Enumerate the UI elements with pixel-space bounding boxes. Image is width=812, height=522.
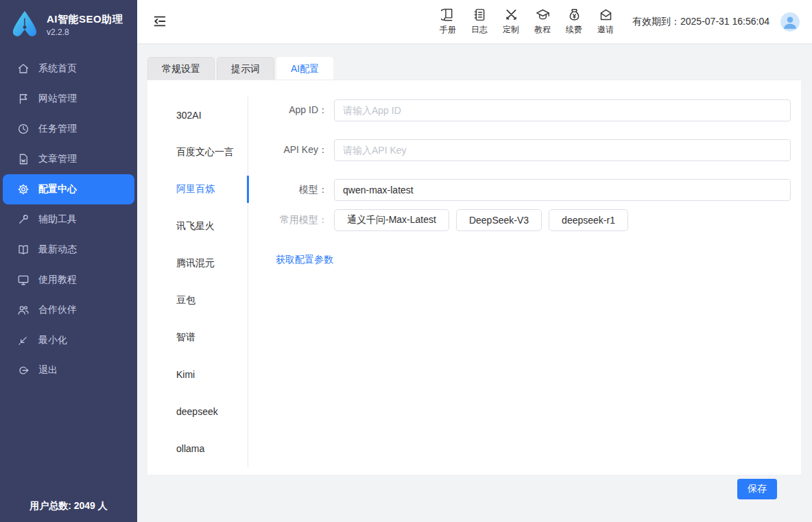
app-root: AI智能SEO助理 v2.2.8 系统首页 网站管理 任务管理 文章管理: [0, 0, 812, 522]
sidebar-item-tools[interactable]: 辅助工具: [0, 204, 137, 235]
home-icon: [17, 62, 29, 75]
sidebar-item-tasks[interactable]: 任务管理: [0, 114, 137, 144]
model-chip-qwen-max-latest[interactable]: 通义千问-Max-Latest: [334, 209, 449, 231]
tool-label: 日志: [471, 24, 488, 36]
sidebar-item-label: 配置中心: [38, 183, 77, 195]
customize-icon: [504, 8, 518, 22]
app-logo-row: AI智能SEO助理 v2.2.8: [0, 0, 137, 47]
wrench-icon: [17, 213, 29, 226]
tab-general-settings[interactable]: 常规设置: [147, 57, 215, 80]
provider-ali-bailian[interactable]: 阿里百炼: [147, 171, 248, 208]
flag-icon: [17, 93, 29, 105]
sidebar-fold-button[interactable]: [152, 14, 169, 30]
renew-moneybag-icon: [567, 8, 582, 22]
api-key-label: API Key：: [248, 144, 334, 156]
topbar-tools: 手册 日志 定制 教程 续费: [438, 8, 616, 36]
tab-prompts[interactable]: 提示词: [217, 57, 274, 80]
common-model-chips: 通义千问-Max-Latest DeepSeek-V3 deepseek-r1: [334, 209, 628, 231]
sidebar-item-label: 任务管理: [38, 123, 77, 135]
provider-tencent-hunyuan[interactable]: 腾讯混元: [147, 245, 248, 282]
tool-tutorial[interactable]: 教程: [532, 8, 553, 36]
tool-manual[interactable]: 手册: [438, 8, 458, 36]
app-logo-icon: [10, 10, 40, 40]
sidebar-item-label: 系统首页: [38, 62, 77, 75]
sidebar-menu: 系统首页 网站管理 任务管理 文章管理 配置中心 辅助工具: [0, 54, 137, 385]
model-label: 模型：: [248, 184, 334, 196]
app-id-row: App ID：: [248, 99, 791, 121]
sidebar-item-label: 文章管理: [38, 153, 77, 165]
model-input[interactable]: [334, 179, 791, 201]
tutorial-cap-icon: [536, 8, 550, 22]
clock-icon: [17, 123, 29, 135]
app-id-input[interactable]: [334, 99, 791, 121]
api-key-row: API Key：: [248, 139, 791, 161]
sidebar-item-label: 辅助工具: [38, 213, 77, 226]
tab-ai-config[interactable]: AI配置: [276, 57, 333, 80]
content-area: 常规设置 提示词 AI配置 302AI 百度文心一言 阿里百炼 讯飞星火 腾讯混…: [137, 43, 812, 522]
settings-tabs: 常规设置 提示词 AI配置: [147, 57, 801, 80]
invite-mail-icon: [599, 8, 613, 22]
get-config-params-link[interactable]: 获取配置参数: [276, 254, 333, 265]
save-row: 保存: [147, 475, 801, 506]
fold-icon: [152, 14, 167, 29]
sidebar-item-minimize[interactable]: 最小化: [0, 325, 137, 355]
common-models-label: 常用模型：: [248, 214, 334, 226]
tool-label: 续费: [566, 24, 582, 36]
save-button[interactable]: 保存: [737, 479, 777, 499]
monitor-icon: [17, 274, 29, 286]
validity-label: 有效期到：: [632, 16, 680, 27]
user-avatar-icon: [780, 12, 800, 32]
tool-customize[interactable]: 定制: [501, 8, 521, 36]
log-icon: [473, 8, 487, 22]
sidebar-item-label: 网站管理: [38, 93, 77, 105]
get-config-row: 获取配置参数: [248, 253, 791, 266]
model-chip-deepseek-v3[interactable]: DeepSeek-V3: [456, 209, 542, 231]
model-row: 模型：: [248, 179, 791, 201]
validity-value: 2025-07-31 16:56:04: [680, 16, 769, 27]
tool-label: 教程: [534, 24, 551, 36]
provider-config-form: App ID： API Key： 模型： 常用模型： 通义千问-: [248, 80, 801, 475]
provider-nav: 302AI 百度文心一言 阿里百炼 讯飞星火 腾讯混元 豆包 智谱 Kimi d…: [147, 97, 248, 467]
tool-invite[interactable]: 邀请: [595, 8, 616, 36]
main-column: 手册 日志 定制 教程 续费: [137, 0, 812, 522]
provider-ollama[interactable]: ollama: [147, 430, 248, 467]
app-version: v2.2.8: [47, 27, 123, 37]
sidebar-item-news[interactable]: 最新动态: [0, 235, 137, 265]
provider-doubao[interactable]: 豆包: [147, 282, 248, 319]
users-total: 用户总数: 2049 人: [0, 500, 137, 512]
provider-kimi[interactable]: Kimi: [147, 356, 248, 393]
model-chip-deepseek-r1[interactable]: deepseek-r1: [549, 209, 628, 231]
provider-xunfei-spark[interactable]: 讯飞星火: [147, 208, 248, 245]
tool-label: 定制: [503, 24, 519, 36]
gear-icon: [17, 183, 29, 195]
sidebar-item-label: 最小化: [38, 334, 67, 346]
sidebar-item-label: 合作伙伴: [38, 304, 77, 316]
ai-config-panel: 302AI 百度文心一言 阿里百炼 讯飞星火 腾讯混元 豆包 智谱 Kimi d…: [147, 80, 801, 475]
provider-deepseek[interactable]: deepseek: [147, 393, 248, 430]
article-icon: [17, 153, 29, 165]
sidebar-item-articles[interactable]: 文章管理: [0, 144, 137, 174]
sidebar: AI智能SEO助理 v2.2.8 系统首页 网站管理 任务管理 文章管理: [0, 0, 137, 522]
minimize-icon: [17, 334, 29, 346]
common-models-row: 常用模型： 通义千问-Max-Latest DeepSeek-V3 deepse…: [248, 209, 791, 231]
manual-book-icon: [441, 8, 455, 22]
logout-icon: [17, 364, 29, 377]
sidebar-item-config-center[interactable]: 配置中心: [3, 174, 134, 204]
api-key-input[interactable]: [334, 139, 791, 161]
sidebar-item-tutorials[interactable]: 使用教程: [0, 265, 137, 295]
tool-log[interactable]: 日志: [469, 8, 490, 36]
provider-baidu-wenxin[interactable]: 百度文心一言: [147, 134, 248, 171]
sidebar-item-home[interactable]: 系统首页: [0, 54, 137, 84]
topbar: 手册 日志 定制 教程 续费: [137, 0, 812, 43]
sidebar-item-logout[interactable]: 退出: [0, 355, 137, 385]
provider-zhipu[interactable]: 智谱: [147, 319, 248, 356]
provider-302ai[interactable]: 302AI: [147, 97, 248, 134]
sidebar-item-websites[interactable]: 网站管理: [0, 84, 137, 114]
app-title: AI智能SEO助理: [47, 13, 123, 26]
sidebar-item-partners[interactable]: 合作伙伴: [0, 295, 137, 325]
sidebar-item-label: 退出: [38, 364, 58, 377]
validity-text: 有效期到：2025-07-31 16:56:04: [632, 16, 769, 28]
avatar[interactable]: [780, 12, 800, 32]
tool-renew[interactable]: 续费: [564, 8, 584, 36]
tool-label: 手册: [440, 24, 456, 36]
